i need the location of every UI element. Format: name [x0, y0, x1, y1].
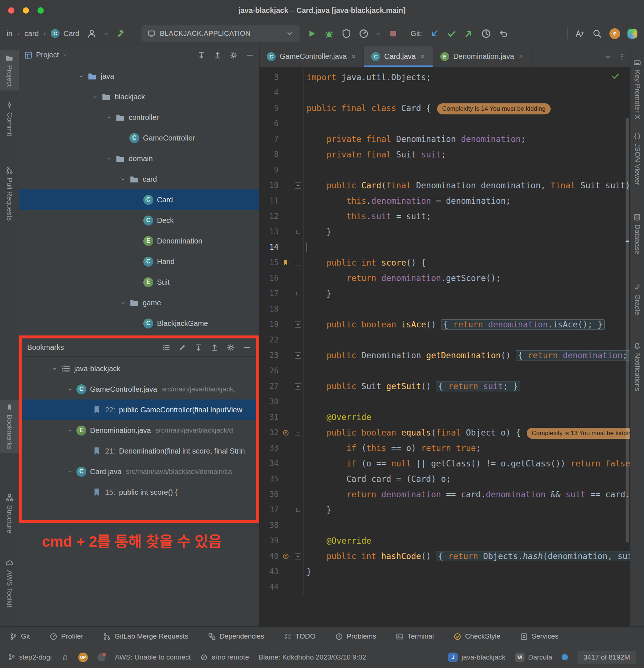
code-text[interactable]: } — [307, 286, 630, 301]
code-text[interactable] — [307, 162, 630, 178]
code-text[interactable]: @Override — [307, 533, 630, 548]
line-number[interactable]: 15 — [260, 255, 279, 270]
chevron-down-icon[interactable] — [48, 365, 61, 372]
tool-tab-pull-requests[interactable]: Pull Requests — [0, 163, 19, 224]
code-line-7[interactable]: 7 private final Denomination denominatio… — [260, 131, 630, 147]
tool-tab-database[interactable]: Database — [630, 210, 644, 258]
line-number[interactable]: 11 — [260, 193, 279, 209]
toolwindow-button-todo[interactable]: TODO — [284, 632, 316, 640]
kebab-menu-icon[interactable] — [618, 53, 626, 60]
breadcrumb-item[interactable]: in — [7, 29, 12, 38]
fold-expand-icon[interactable]: + — [295, 352, 301, 359]
code-line-44[interactable]: 44 — [260, 579, 630, 595]
gear-icon[interactable] — [227, 344, 235, 352]
code-text[interactable]: public Suit getSuit() { return suit; } — [307, 379, 630, 394]
line-number[interactable]: 19 — [260, 317, 279, 332]
memory-indicator[interactable]: 3417 of 8192M — [577, 651, 636, 664]
inspections-ok-icon[interactable] — [611, 72, 620, 81]
debug-button[interactable] — [324, 29, 334, 39]
code-text[interactable] — [307, 301, 630, 317]
toolwindow-button-git[interactable]: Git — [10, 632, 30, 640]
fold-expand-icon[interactable]: + — [295, 321, 301, 328]
code-text[interactable] — [307, 518, 630, 533]
code-text[interactable]: } — [307, 502, 630, 518]
fold-expand-icon[interactable]: + — [295, 553, 301, 559]
build-button[interactable] — [116, 29, 126, 39]
bookmark-item-15-public-int-score[interactable]: 15:public int score() { — [22, 482, 256, 502]
code-text[interactable] — [307, 239, 630, 255]
chevron-down-icon[interactable] — [116, 175, 129, 183]
code-text[interactable]: public int score() { — [307, 255, 630, 270]
code-editor[interactable]: 3import java.util.Objects;45public final… — [260, 67, 630, 626]
chevron-down-icon[interactable] — [63, 385, 76, 393]
line-number[interactable]: 36 — [260, 487, 279, 502]
line-number[interactable]: 32 — [260, 425, 279, 440]
code-line-23[interactable]: 23+ public Denomination getDenomination(… — [260, 348, 630, 363]
code-line-19[interactable]: 19+ public boolean isAce() { return deno… — [260, 317, 630, 332]
code-text[interactable] — [307, 332, 630, 348]
code-line-43[interactable]: 43} — [260, 564, 630, 579]
collapse-all-button[interactable] — [214, 51, 222, 59]
code-text[interactable]: private final Denomination denomination; — [307, 131, 630, 147]
project-tree-item-card[interactable]: CCard — [19, 189, 259, 210]
code-line-11[interactable]: 11 this.denomination = denomination; — [260, 193, 630, 209]
line-number[interactable]: 27 — [260, 379, 279, 394]
code-line-38[interactable]: 38 — [260, 518, 630, 533]
code-line-9[interactable]: 9 — [260, 162, 630, 178]
line-number[interactable]: 8 — [260, 147, 279, 162]
code-line-3[interactable]: 3import java.util.Objects; — [260, 70, 630, 85]
aws-status[interactable]: AWS: Unable to connect — [115, 653, 191, 661]
chevron-down-icon[interactable] — [102, 114, 115, 121]
tool-tab-project[interactable]: Project — [0, 50, 19, 90]
code-line-13[interactable]: 13 } — [260, 224, 630, 239]
project-tree-item-suit[interactable]: ESuit — [19, 272, 259, 292]
code-line-16[interactable]: 16 return denomination.getScore(); — [260, 270, 630, 286]
status-dot-icon[interactable] — [562, 654, 568, 660]
close-tab-icon[interactable] — [420, 54, 425, 59]
code-line-36[interactable]: 36 return denomination == card.denominat… — [260, 487, 630, 502]
project-widget[interactable]: J java-blackjack — [448, 653, 505, 662]
toolwindow-button-terminal[interactable]: Terminal — [396, 632, 434, 640]
editor-tab-gamecontroller-java[interactable]: CGameController.java — [260, 46, 364, 67]
code-text[interactable]: if (this == o) return true; — [307, 440, 630, 456]
bookmark-item-21-denomination-final-int-score-final-strin[interactable]: 21:Denomination(final int score, final S… — [22, 441, 256, 461]
code-text[interactable]: this.suit = suit; — [307, 209, 630, 224]
editor-tab-card-java[interactable]: CCard.java — [364, 46, 433, 67]
chevron-down-icon[interactable] — [74, 72, 87, 80]
line-number[interactable]: 9 — [260, 162, 279, 178]
tool-tab-key-promoter-x[interactable]: Key Promoter X — [630, 55, 644, 123]
translate-button[interactable] — [575, 29, 585, 39]
editor-tab-denomination-java[interactable]: EDenomination.java — [433, 46, 532, 67]
project-tree-item-blackjackgame[interactable]: CBlackjackGame — [19, 313, 259, 334]
toolwindow-button-dependencies[interactable]: Dependencies — [208, 632, 264, 640]
history-button[interactable] — [481, 29, 491, 39]
code-text[interactable]: } — [307, 224, 630, 239]
sort-bookmarks-button[interactable] — [162, 344, 170, 352]
lock-icon[interactable] — [61, 654, 69, 661]
line-number[interactable]: 10 — [260, 178, 279, 193]
code-text[interactable]: this.denomination = denomination; — [307, 193, 630, 209]
close-tab-icon[interactable] — [518, 54, 524, 59]
code-line-6[interactable]: 6 — [260, 116, 630, 131]
line-number[interactable]: 38 — [260, 518, 279, 533]
line-number[interactable]: 35 — [260, 471, 279, 487]
code-line-31[interactable]: 31 @Override — [260, 409, 630, 425]
line-number[interactable]: 17 — [260, 286, 279, 301]
tool-tab-json-viewer[interactable]: JSON Viewer — [630, 129, 644, 189]
code-line-17[interactable]: 17 } — [260, 286, 630, 301]
tool-tab-gradle[interactable]: Gradle — [630, 280, 644, 319]
search-everywhere-button[interactable] — [592, 29, 602, 39]
tool-tab-structure[interactable]: Structure — [0, 490, 19, 537]
code-text[interactable]: import java.util.Objects; — [307, 70, 630, 85]
fold-collapse-icon[interactable]: − — [295, 182, 301, 189]
breadcrumb-item[interactable]: card — [25, 29, 39, 38]
line-number[interactable]: 44 — [260, 579, 279, 595]
project-tree-item-domain[interactable]: domain — [19, 148, 259, 169]
project-tree-item-java[interactable]: java — [19, 66, 259, 86]
code-line-39[interactable]: 39 @Override — [260, 533, 630, 548]
theme-widget[interactable]: M Darcula — [515, 653, 552, 662]
profile-icon[interactable] — [87, 29, 97, 39]
git-update-button[interactable] — [429, 29, 439, 39]
git-branch-widget[interactable]: step2-dogi — [8, 653, 52, 661]
folded-region[interactable]: { return suit; } — [436, 381, 520, 391]
